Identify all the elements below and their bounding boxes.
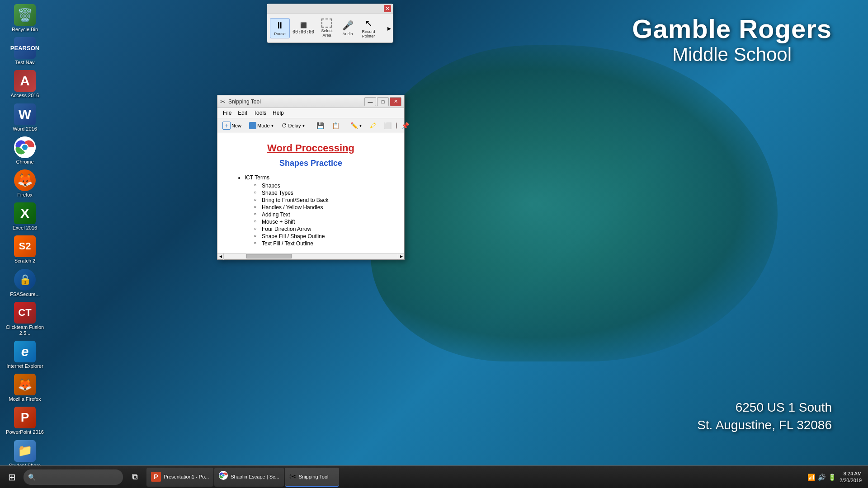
mode-button[interactable]: Mode ▼ xyxy=(246,120,277,131)
icon-excel-2016[interactable]: X Excel 2016 xyxy=(4,201,47,233)
maximize-button[interactable]: □ xyxy=(377,97,389,106)
record-pointer-button[interactable]: ↖ Record Pointer xyxy=(359,15,378,41)
horizontal-scrollbar[interactable]: ◀ ▶ xyxy=(217,253,404,259)
pause-button[interactable]: ⏸ Pause xyxy=(270,18,290,38)
test-nav-icon: PEARSON xyxy=(14,37,36,59)
excel-label: Excel 2016 xyxy=(13,225,37,231)
school-name-line1: Gamble Rogers xyxy=(632,14,832,44)
save-button[interactable]: 💾 xyxy=(313,120,327,131)
icon-powerpoint-2016[interactable]: P PowerPoint 2016 xyxy=(4,405,47,437)
icon-fsa-secure[interactable]: 🔒 FSASecure... xyxy=(4,267,47,299)
icon-clickteam[interactable]: CT Clickteam Fusion 2.5... xyxy=(4,300,47,338)
subitem-shapes: Shapes xyxy=(254,183,391,189)
test-nav-label: Test Nav xyxy=(15,60,35,66)
subitem-bring-front: Bring to Front/Send to Back xyxy=(254,197,391,203)
timer-icon: ⬛ xyxy=(300,22,307,28)
firefox-label: Firefox xyxy=(17,192,33,198)
hscroll-thumb[interactable] xyxy=(246,254,292,258)
pen-button[interactable]: ✏️ ▼ xyxy=(347,120,366,131)
taskbar-app-powerpoint[interactable]: P Presentation1 - Po... xyxy=(146,468,213,487)
clickteam-icon: CT xyxy=(14,302,36,324)
icon-firefox[interactable]: 🦊 Firefox xyxy=(4,168,47,200)
address-line1: 6250 US 1 South xyxy=(697,399,832,416)
eraser-button[interactable]: ⬜ xyxy=(381,120,395,131)
delay-button[interactable]: ⏱ Delay ▼ xyxy=(278,121,308,131)
taskbar-time-display: 8:24 AM xyxy=(840,470,862,477)
snipping-taskbar-icon: ✂ xyxy=(289,472,296,482)
ppt-taskbar-label: Presentation1 - Po... xyxy=(164,474,209,479)
access-icon: A xyxy=(14,70,36,92)
start-icon: ⊞ xyxy=(8,472,16,483)
desktop: Gamble Rogers Middle School 6250 US 1 So… xyxy=(0,0,868,488)
taskbar-app-chrome[interactable]: Shaolin Escape | Sc... xyxy=(214,468,283,487)
eraser-icon: ⬜ xyxy=(384,122,392,129)
menu-tools[interactable]: Tools xyxy=(251,109,269,117)
close-button[interactable]: ✕ xyxy=(390,97,401,106)
snipping-tool-titlebar: ✂ Snipping Tool — □ ✕ xyxy=(217,95,404,108)
school-branding: Gamble Rogers Middle School xyxy=(632,14,832,66)
recycle-bin-label: Recycle Bin xyxy=(12,27,38,33)
icon-access-2016[interactable]: A Access 2016 xyxy=(4,68,47,100)
icon-word-2016[interactable]: W Word 2016 xyxy=(4,102,47,134)
toolbar-minimize-button[interactable]: ▸ xyxy=(379,22,399,35)
subitem-shape-fill: Shape Fill / Shape Outline xyxy=(254,233,391,239)
taskbar-system-icons[interactable]: 📶 🔊 🔋 xyxy=(807,474,836,481)
snipping-toolbar: + New Mode ▼ ⏱ Delay ▼ 💾 📋 xyxy=(217,118,404,133)
hscroll-track[interactable] xyxy=(224,253,398,259)
delay-icon: ⏱ xyxy=(282,122,287,129)
new-snip-button[interactable]: + New xyxy=(219,120,245,131)
chrome-taskbar-label: Shaolin Escape | Sc... xyxy=(231,474,279,479)
icon-internet-explorer[interactable]: e Internet Explorer xyxy=(4,339,47,371)
mode-label: Mode xyxy=(257,123,270,128)
chrome-icon xyxy=(14,136,36,158)
menu-edit[interactable]: Edit xyxy=(235,109,250,117)
new-snip-icon: + xyxy=(222,122,231,130)
taskbar-search-box[interactable]: 🔍 xyxy=(24,469,123,485)
taskbar-app-snipping[interactable]: ✂ Snipping Tool xyxy=(285,468,339,487)
minimize-button[interactable]: — xyxy=(364,97,376,106)
delay-dropdown-arrow: ▼ xyxy=(302,124,306,128)
menu-help[interactable]: Help xyxy=(270,109,287,117)
hscroll-right-arrow[interactable]: ▶ xyxy=(398,253,404,260)
taskbar-date-display: 2/20/2019 xyxy=(840,477,862,483)
menu-file[interactable]: File xyxy=(220,109,234,117)
subitem-shape-types: Shape Types xyxy=(254,190,391,196)
icon-recycle-bin[interactable]: 🗑️ Recycle Bin xyxy=(4,2,47,34)
pin-button[interactable]: 📌 xyxy=(398,120,412,131)
taskbar-clock[interactable]: 8:24 AM 2/20/2019 xyxy=(840,470,862,483)
mozilla-icon: 🦊 xyxy=(14,374,36,395)
document-main-list: ICT Terms Shapes Shape Types Bring to Fr… xyxy=(231,174,391,247)
mode-dropdown-arrow: ▼ xyxy=(271,124,274,128)
list-item-ict-terms: ICT Terms Shapes Shape Types Bring to Fr… xyxy=(245,174,391,247)
excel-icon: X xyxy=(14,202,36,224)
icon-chrome[interactable]: Chrome xyxy=(4,135,47,167)
fsa-icon: 🔒 xyxy=(14,269,36,291)
document-title: Word Proccessing xyxy=(231,142,391,154)
record-pointer-label: Record Pointer xyxy=(362,29,375,38)
start-button[interactable]: ⊞ xyxy=(2,468,22,487)
subitem-text-fill: Text Fill / Text Outline xyxy=(254,240,391,247)
copy-button[interactable]: 📋 xyxy=(329,120,343,131)
icon-mozilla-firefox[interactable]: 🦊 Mozilla Firefox xyxy=(4,372,47,404)
snipping-tool-window: ✂ Snipping Tool — □ ✕ File Edit Tools He… xyxy=(217,95,405,260)
select-area-button[interactable]: Select Area xyxy=(317,16,337,40)
pointer-icon: ↖ xyxy=(365,18,373,28)
audio-button[interactable]: 🎤 Audio xyxy=(338,18,358,38)
highlight-button[interactable]: 🖍 xyxy=(367,120,379,131)
delay-label: Delay xyxy=(288,123,301,128)
task-view-button[interactable]: ⧉ xyxy=(125,468,145,487)
ppt-icon: P xyxy=(14,407,36,428)
task-view-icon: ⧉ xyxy=(132,472,138,482)
ie-icon: e xyxy=(14,341,36,362)
hscroll-left-arrow[interactable]: ◀ xyxy=(217,253,224,260)
icon-test-nav[interactable]: PEARSON Test Nav xyxy=(4,35,47,67)
subitem-mouse-shift: Mouse + Shift xyxy=(254,219,391,225)
color-picker[interactable] xyxy=(396,122,397,129)
snipping-tool-title: Snipping Tool xyxy=(228,99,261,105)
audio-icon: 🎤 xyxy=(342,20,354,31)
snipping-content-area[interactable]: Word Proccessing Shapes Practice ICT Ter… xyxy=(217,133,404,253)
recording-close-button[interactable]: ✕ xyxy=(384,5,391,12)
fsa-label: FSASecure... xyxy=(10,291,39,297)
icon-scratch-2[interactable]: S2 Scratch 2 xyxy=(4,234,47,266)
time-display: ⬛ 00:00:00 xyxy=(293,20,313,37)
